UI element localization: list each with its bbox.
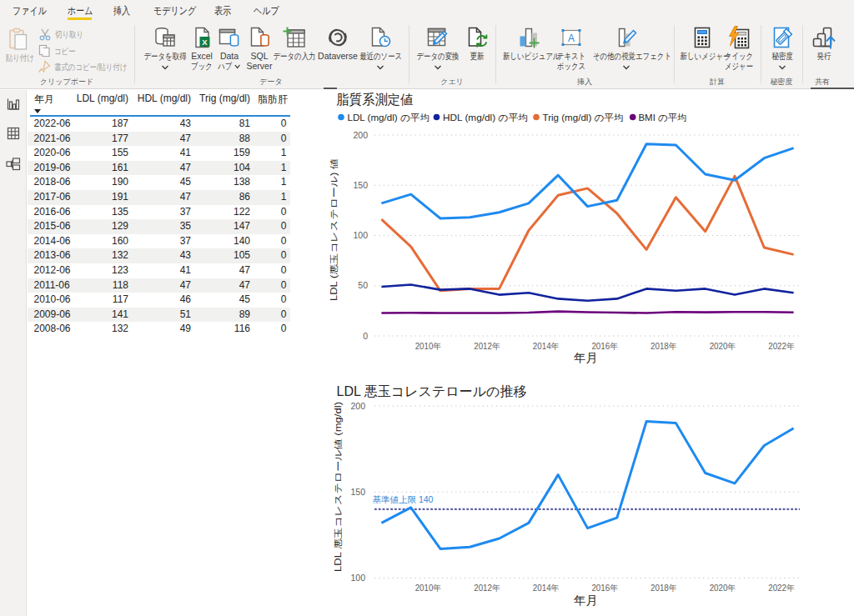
svg-text:基準値上限 140: 基準値上限 140 [373, 494, 434, 504]
svg-text:2010年: 2010年 [415, 583, 442, 593]
svg-text:年月: 年月 [574, 593, 598, 607]
svg-text:LDL 悪玉コレステロールの推移: LDL 悪玉コレステロールの推移 [337, 384, 527, 398]
svg-text:2014年: 2014年 [533, 341, 560, 351]
svg-text:2014年: 2014年 [533, 583, 560, 593]
svg-text:LDL (悪玉コレステロール) 値: LDL (悪玉コレステロール) 値 [329, 158, 339, 301]
svg-text:2012年: 2012年 [474, 583, 500, 593]
svg-text:LDL 悪玉コレステロール値 (mg/dl): LDL 悪玉コレステロール値 (mg/dl) [333, 402, 343, 572]
svg-text:2020年: 2020年 [710, 583, 736, 593]
svg-text:年月: 年月 [574, 351, 598, 364]
svg-text:100: 100 [350, 573, 365, 583]
svg-text:150: 150 [353, 180, 368, 190]
svg-text:2010年: 2010年 [415, 341, 442, 351]
svg-text:BMI の平均: BMI の平均 [639, 113, 687, 123]
svg-text:2020年: 2020年 [710, 341, 736, 351]
svg-text:脂質系測定値: 脂質系測定値 [337, 92, 414, 107]
svg-text:LDL (mg/dl) の平均: LDL (mg/dl) の平均 [348, 113, 430, 123]
svg-text:2016年: 2016年 [591, 341, 618, 351]
svg-text:2016年: 2016年 [591, 583, 618, 593]
svg-text:2012年: 2012年 [474, 341, 500, 351]
svg-text:150: 150 [350, 487, 365, 497]
svg-text:Trig (mg/dl) の平均: Trig (mg/dl) の平均 [543, 113, 624, 123]
svg-text:200: 200 [353, 130, 368, 140]
svg-text:100: 100 [353, 230, 368, 240]
svg-text:200: 200 [350, 401, 365, 411]
svg-text:0: 0 [363, 331, 368, 341]
svg-text:2022年: 2022年 [768, 341, 795, 351]
svg-text:HDL (mg/dl) の平均: HDL (mg/dl) の平均 [443, 113, 528, 123]
svg-text:2018年: 2018年 [651, 341, 677, 351]
svg-text:2018年: 2018年 [651, 583, 677, 593]
svg-text:2022年: 2022年 [768, 583, 795, 593]
svg-text:50: 50 [358, 280, 368, 290]
